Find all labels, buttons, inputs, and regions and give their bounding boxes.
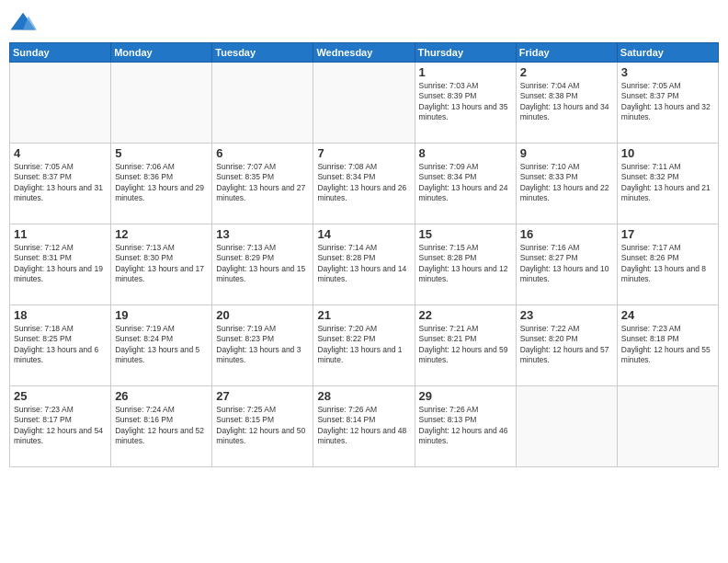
day-info-10: Sunrise: 7:11 AMSunset: 8:32 PMDaylight:…: [621, 162, 714, 204]
day-info-12: Sunrise: 7:13 AMSunset: 8:30 PMDaylight:…: [115, 243, 208, 285]
day-cell-20: 20Sunrise: 7:19 AMSunset: 8:23 PMDayligh…: [212, 305, 313, 386]
weekday-wednesday: Wednesday: [313, 43, 415, 63]
day-number-21: 21: [317, 308, 410, 322]
day-number-18: 18: [14, 308, 107, 322]
day-cell-26: 26Sunrise: 7:24 AMSunset: 8:16 PMDayligh…: [111, 386, 212, 467]
day-cell-24: 24Sunrise: 7:23 AMSunset: 8:18 PMDayligh…: [617, 305, 718, 386]
day-cell-3: 3Sunrise: 7:05 AMSunset: 8:37 PMDaylight…: [617, 63, 718, 144]
day-number-1: 1: [419, 65, 512, 79]
day-cell-8: 8Sunrise: 7:09 AMSunset: 8:34 PMDaylight…: [415, 144, 516, 224]
day-cell-19: 19Sunrise: 7:19 AMSunset: 8:24 PMDayligh…: [111, 305, 212, 386]
empty-cell: [516, 386, 617, 467]
day-info-23: Sunrise: 7:22 AMSunset: 8:20 PMDaylight:…: [520, 324, 613, 366]
empty-cell: [10, 63, 111, 144]
day-cell-12: 12Sunrise: 7:13 AMSunset: 8:30 PMDayligh…: [111, 224, 212, 305]
day-number-25: 25: [14, 389, 107, 403]
day-info-27: Sunrise: 7:25 AMSunset: 8:15 PMDaylight:…: [216, 405, 309, 447]
week-row-1: 1Sunrise: 7:03 AMSunset: 8:39 PMDaylight…: [10, 63, 719, 144]
day-number-10: 10: [621, 146, 714, 160]
day-info-14: Sunrise: 7:14 AMSunset: 8:28 PMDaylight:…: [317, 243, 410, 285]
day-info-9: Sunrise: 7:10 AMSunset: 8:33 PMDaylight:…: [520, 162, 613, 204]
day-cell-15: 15Sunrise: 7:15 AMSunset: 8:28 PMDayligh…: [415, 224, 516, 305]
day-cell-10: 10Sunrise: 7:11 AMSunset: 8:32 PMDayligh…: [617, 144, 718, 224]
day-number-20: 20: [216, 308, 309, 322]
day-info-4: Sunrise: 7:05 AMSunset: 8:37 PMDaylight:…: [14, 162, 107, 204]
logo-icon: [9, 9, 37, 37]
day-cell-5: 5Sunrise: 7:06 AMSunset: 8:36 PMDaylight…: [111, 144, 212, 224]
day-cell-1: 1Sunrise: 7:03 AMSunset: 8:39 PMDaylight…: [415, 63, 516, 144]
day-info-15: Sunrise: 7:15 AMSunset: 8:28 PMDaylight:…: [419, 243, 512, 285]
day-number-26: 26: [115, 389, 208, 403]
day-cell-9: 9Sunrise: 7:10 AMSunset: 8:33 PMDaylight…: [516, 144, 617, 224]
weekday-friday: Friday: [516, 43, 617, 63]
empty-cell: [313, 63, 415, 144]
day-number-2: 2: [520, 65, 613, 79]
page: SundayMondayTuesdayWednesdayThursdayFrid…: [0, 0, 728, 563]
day-number-5: 5: [115, 146, 208, 160]
day-cell-14: 14Sunrise: 7:14 AMSunset: 8:28 PMDayligh…: [313, 224, 415, 305]
day-cell-13: 13Sunrise: 7:13 AMSunset: 8:29 PMDayligh…: [212, 224, 313, 305]
day-number-8: 8: [419, 146, 512, 160]
day-number-22: 22: [419, 308, 512, 322]
weekday-sunday: Sunday: [10, 43, 111, 63]
day-number-14: 14: [317, 227, 410, 241]
day-info-18: Sunrise: 7:18 AMSunset: 8:25 PMDaylight:…: [14, 324, 107, 366]
day-number-23: 23: [520, 308, 613, 322]
day-info-28: Sunrise: 7:26 AMSunset: 8:14 PMDaylight:…: [317, 405, 410, 447]
day-number-3: 3: [621, 65, 714, 79]
logo: [9, 9, 40, 37]
day-cell-27: 27Sunrise: 7:25 AMSunset: 8:15 PMDayligh…: [212, 386, 313, 467]
day-cell-18: 18Sunrise: 7:18 AMSunset: 8:25 PMDayligh…: [10, 305, 111, 386]
day-cell-22: 22Sunrise: 7:21 AMSunset: 8:21 PMDayligh…: [415, 305, 516, 386]
day-info-24: Sunrise: 7:23 AMSunset: 8:18 PMDaylight:…: [621, 324, 714, 366]
day-number-11: 11: [14, 227, 107, 241]
day-info-1: Sunrise: 7:03 AMSunset: 8:39 PMDaylight:…: [419, 81, 512, 123]
day-cell-25: 25Sunrise: 7:23 AMSunset: 8:17 PMDayligh…: [10, 386, 111, 467]
day-number-6: 6: [216, 146, 309, 160]
week-row-5: 25Sunrise: 7:23 AMSunset: 8:17 PMDayligh…: [10, 386, 719, 467]
week-row-2: 4Sunrise: 7:05 AMSunset: 8:37 PMDaylight…: [10, 144, 719, 224]
weekday-tuesday: Tuesday: [212, 43, 313, 63]
day-cell-11: 11Sunrise: 7:12 AMSunset: 8:31 PMDayligh…: [10, 224, 111, 305]
calendar-table: SundayMondayTuesdayWednesdayThursdayFrid…: [9, 42, 719, 467]
day-number-29: 29: [419, 389, 512, 403]
day-info-13: Sunrise: 7:13 AMSunset: 8:29 PMDaylight:…: [216, 243, 309, 285]
day-number-7: 7: [317, 146, 410, 160]
empty-cell: [212, 63, 313, 144]
day-number-4: 4: [14, 146, 107, 160]
day-number-27: 27: [216, 389, 309, 403]
weekday-header-row: SundayMondayTuesdayWednesdayThursdayFrid…: [10, 43, 719, 63]
day-info-22: Sunrise: 7:21 AMSunset: 8:21 PMDaylight:…: [419, 324, 512, 366]
weekday-monday: Monday: [111, 43, 212, 63]
day-number-16: 16: [520, 227, 613, 241]
day-info-25: Sunrise: 7:23 AMSunset: 8:17 PMDaylight:…: [14, 405, 107, 447]
day-info-20: Sunrise: 7:19 AMSunset: 8:23 PMDaylight:…: [216, 324, 309, 366]
day-number-15: 15: [419, 227, 512, 241]
day-number-28: 28: [317, 389, 410, 403]
day-info-17: Sunrise: 7:17 AMSunset: 8:26 PMDaylight:…: [621, 243, 714, 285]
empty-cell: [617, 386, 718, 467]
day-info-2: Sunrise: 7:04 AMSunset: 8:38 PMDaylight:…: [520, 81, 613, 123]
day-number-12: 12: [115, 227, 208, 241]
day-cell-21: 21Sunrise: 7:20 AMSunset: 8:22 PMDayligh…: [313, 305, 415, 386]
day-cell-28: 28Sunrise: 7:26 AMSunset: 8:14 PMDayligh…: [313, 386, 415, 467]
day-number-24: 24: [621, 308, 714, 322]
day-number-9: 9: [520, 146, 613, 160]
day-info-29: Sunrise: 7:26 AMSunset: 8:13 PMDaylight:…: [419, 405, 512, 447]
day-info-3: Sunrise: 7:05 AMSunset: 8:37 PMDaylight:…: [621, 81, 714, 123]
day-cell-7: 7Sunrise: 7:08 AMSunset: 8:34 PMDaylight…: [313, 144, 415, 224]
weekday-saturday: Saturday: [617, 43, 718, 63]
day-info-7: Sunrise: 7:08 AMSunset: 8:34 PMDaylight:…: [317, 162, 410, 204]
weekday-thursday: Thursday: [415, 43, 516, 63]
header: [9, 9, 719, 37]
day-info-21: Sunrise: 7:20 AMSunset: 8:22 PMDaylight:…: [317, 324, 410, 366]
day-info-16: Sunrise: 7:16 AMSunset: 8:27 PMDaylight:…: [520, 243, 613, 285]
day-cell-6: 6Sunrise: 7:07 AMSunset: 8:35 PMDaylight…: [212, 144, 313, 224]
day-info-11: Sunrise: 7:12 AMSunset: 8:31 PMDaylight:…: [14, 243, 107, 285]
day-cell-2: 2Sunrise: 7:04 AMSunset: 8:38 PMDaylight…: [516, 63, 617, 144]
day-number-17: 17: [621, 227, 714, 241]
day-cell-4: 4Sunrise: 7:05 AMSunset: 8:37 PMDaylight…: [10, 144, 111, 224]
day-number-19: 19: [115, 308, 208, 322]
day-cell-29: 29Sunrise: 7:26 AMSunset: 8:13 PMDayligh…: [415, 386, 516, 467]
day-info-8: Sunrise: 7:09 AMSunset: 8:34 PMDaylight:…: [419, 162, 512, 204]
